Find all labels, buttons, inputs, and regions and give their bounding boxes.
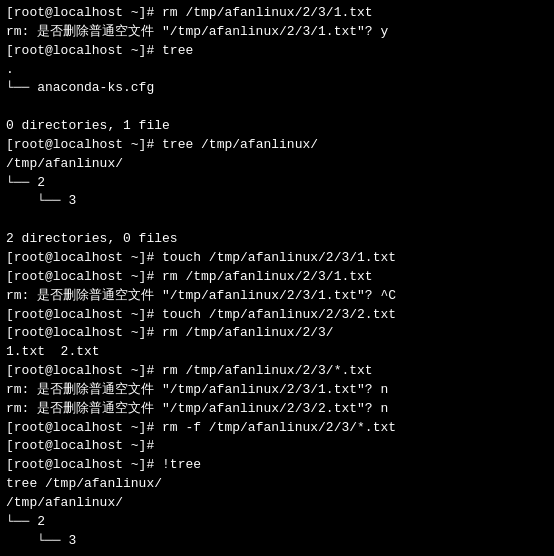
output-line: 0 directories, 1 file [6,117,548,136]
prompt-line: [root@localhost ~]# rm /tmp/afanlinux/2/… [6,268,548,287]
terminal-output: [root@localhost ~]# rm /tmp/afanlinux/2/… [6,4,548,556]
prompt-line: [root@localhost ~]# [6,437,548,456]
output-line: /tmp/afanlinux/ [6,494,548,513]
output-line: rm: 是否删除普通空文件 "/tmp/afanlinux/2/3/1.txt"… [6,287,548,306]
output-line: └── 3 [6,192,548,211]
output-line: . [6,61,548,80]
output-line: 1.txt 2.txt [6,343,548,362]
terminal-window: [root@localhost ~]# rm /tmp/afanlinux/2/… [0,0,554,556]
prompt-line: [root@localhost ~]# rm -f /tmp/afanlinux… [6,419,548,438]
output-line: tree /tmp/afanlinux/ [6,475,548,494]
prompt-line: [root@localhost ~]# !tree [6,456,548,475]
prompt-line: [root@localhost ~]# tree [6,42,548,61]
prompt-line: [root@localhost ~]# rm /tmp/afanlinux/2/… [6,324,548,343]
output-line: rm: 是否删除普通空文件 "/tmp/afanlinux/2/3/1.txt"… [6,381,548,400]
output-line: rm: 是否删除普通空文件 "/tmp/afanlinux/2/3/1.txt"… [6,23,548,42]
prompt-line: [root@localhost ~]# touch /tmp/afanlinux… [6,306,548,325]
output-line: 2 directories, 0 files [6,230,548,249]
prompt-line: [root@localhost ~]# rm /tmp/afanlinux/2/… [6,362,548,381]
output-line: /tmp/afanlinux/ [6,155,548,174]
output-line: └── 2 [6,174,548,193]
prompt-line: [root@localhost ~]# touch /tmp/afanlinux… [6,249,548,268]
prompt-line: [root@localhost ~]# tree /tmp/afanlinux/ [6,136,548,155]
output-line: └── anaconda-ks.cfg [6,79,548,98]
prompt-line: [root@localhost ~]# rm /tmp/afanlinux/2/… [6,4,548,23]
output-line: └── 3 [6,532,548,551]
output-line: rm: 是否删除普通空文件 "/tmp/afanlinux/2/3/2.txt"… [6,400,548,419]
output-line: └── 2 [6,513,548,532]
